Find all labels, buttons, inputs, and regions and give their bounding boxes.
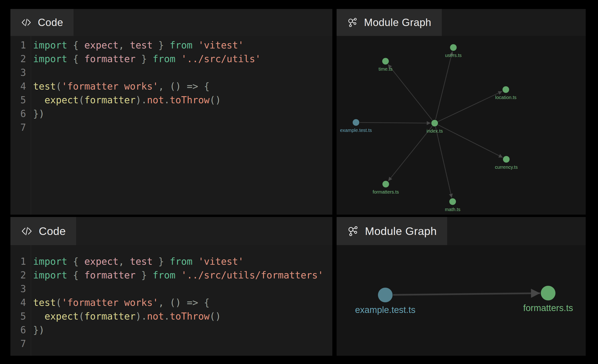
- code-line: 4test('formatter works', () => {: [10, 79, 332, 93]
- code-token: from: [153, 270, 181, 281]
- graph-node-index.ts[interactable]: [431, 120, 438, 126]
- code-token: formatter: [84, 95, 136, 105]
- code-line-content: import { formatter } from '../src/utils': [33, 52, 261, 66]
- code-token: }: [33, 108, 39, 119]
- code-token: {: [73, 256, 84, 267]
- code-token: test: [130, 40, 152, 50]
- tab-code-top[interactable]: Code: [10, 9, 74, 36]
- line-number: 4: [10, 79, 26, 93]
- module-graph-bottom-header: Module Graph: [337, 217, 586, 245]
- code-token: expect: [44, 95, 79, 105]
- code-token: from: [153, 53, 181, 64]
- graph-edge-index.ts-to-currency.ts: [438, 125, 503, 157]
- graph-edge-index.ts-to-users.ts: [436, 51, 452, 120]
- code-token: import: [33, 40, 73, 50]
- module-graph-svg[interactable]: users.tstime.tslocation.tsexample.test.t…: [337, 36, 586, 215]
- code-token: formatter: [84, 311, 136, 322]
- line-number: 3: [10, 282, 26, 296]
- code-icon: [21, 225, 33, 237]
- code-line: 6}): [10, 107, 332, 121]
- tab-code-top-label: Code: [38, 17, 63, 28]
- code-token: {: [73, 40, 84, 50]
- code-line: 1import { expect, test } from 'vitest': [10, 38, 332, 52]
- gutter-divider: [31, 245, 31, 356]
- code-line-content: import { expect, test } from 'vitest': [33, 255, 244, 268]
- graph-node-example.test.ts[interactable]: [353, 119, 359, 126]
- module-graph-canvas-bottom[interactable]: example.test.tsformatters.ts: [337, 245, 586, 356]
- code-token: (): [210, 95, 221, 105]
- graph-node-label-formatters.ts: formatters.ts: [523, 303, 573, 313]
- code-token: import: [33, 53, 73, 64]
- code-line: 7: [10, 121, 332, 134]
- module-graph-canvas-top[interactable]: users.tstime.tslocation.tsexample.test.t…: [337, 36, 586, 215]
- line-number: 4: [10, 296, 26, 309]
- code-line-content: test('formatter works', () => {: [33, 79, 210, 93]
- code-token: }: [153, 40, 170, 50]
- code-token: (: [56, 81, 61, 92]
- code-line: 7: [10, 337, 332, 350]
- code-token: formatter: [84, 270, 136, 281]
- code-token: from: [170, 40, 198, 50]
- graph-node-formatters.ts[interactable]: [382, 181, 389, 187]
- code-line-content: }): [33, 107, 44, 121]
- code-line-content: import { formatter } from '../src/utils/…: [33, 268, 323, 282]
- code-token: formatter: [84, 53, 136, 64]
- code-token: ).: [136, 95, 147, 105]
- gutter-divider: [31, 36, 31, 215]
- code-token: '../src/utils/formatters': [181, 270, 323, 281]
- line-number: 3: [10, 66, 26, 79]
- line-number: 2: [10, 268, 26, 282]
- code-line-content: import { expect, test } from 'vitest': [33, 38, 244, 52]
- graph-node-label-formatters.ts: formatters.ts: [373, 189, 399, 195]
- code-token: }: [136, 270, 153, 281]
- code-token: expect: [84, 256, 119, 267]
- tab-module-graph-top-label: Module Graph: [364, 17, 431, 28]
- graph-node-formatters.ts[interactable]: [541, 286, 556, 300]
- code-token: ,: [118, 40, 130, 50]
- code-token: (): [210, 311, 221, 322]
- graph-node-users.ts[interactable]: [450, 44, 457, 51]
- code-token: {: [73, 53, 84, 64]
- graph-node-time.ts[interactable]: [382, 58, 389, 65]
- tab-module-graph-bottom[interactable]: Module Graph: [337, 217, 447, 245]
- graph-node-currency.ts[interactable]: [503, 156, 510, 163]
- graph-node-example.test.ts[interactable]: [378, 288, 393, 302]
- code-token: from: [170, 256, 198, 267]
- tab-code-bottom[interactable]: Code: [10, 217, 76, 245]
- code-token: toThrow: [170, 311, 210, 322]
- code-token: test: [33, 297, 56, 308]
- graph-edge-index.ts-to-time.ts: [388, 64, 432, 120]
- code-token: ): [39, 324, 44, 335]
- module-graph-panel-top: Module Graph users.tstime.tslocation.tse…: [337, 9, 586, 215]
- module-graph-panel-bottom: Module Graph example.test.tsformatters.t…: [337, 217, 586, 356]
- code-token: import: [33, 270, 73, 281]
- tab-module-graph-top[interactable]: Module Graph: [337, 9, 442, 36]
- code-token: 'formatter works': [61, 81, 158, 92]
- module-graph-icon: [347, 225, 359, 237]
- line-number: 7: [10, 337, 26, 350]
- code-token: }: [33, 324, 39, 335]
- code-token: {: [204, 81, 209, 92]
- line-number: 5: [10, 309, 26, 323]
- graph-node-math.ts[interactable]: [449, 198, 456, 205]
- line-number: 5: [10, 93, 26, 107]
- code-line: 1import { expect, test } from 'vitest': [10, 255, 332, 268]
- graph-node-location.ts[interactable]: [503, 86, 509, 93]
- code-token: ): [39, 108, 44, 119]
- code-token: }: [136, 53, 153, 64]
- code-token: ).: [136, 311, 147, 322]
- graph-edge-index.ts-to-location.ts: [438, 91, 502, 122]
- code-token: expect: [84, 40, 119, 50]
- code-token: test: [130, 256, 152, 267]
- code-token: .: [164, 311, 170, 322]
- code-token: '../src/utils': [181, 53, 261, 64]
- code-token: [33, 311, 44, 322]
- code-line: 2import { formatter } from '../src/utils…: [10, 268, 332, 282]
- line-number: 6: [10, 107, 26, 121]
- module-graph-svg[interactable]: example.test.tsformatters.ts: [337, 245, 586, 356]
- code-token: [33, 95, 44, 105]
- graph-node-label-location.ts: location.ts: [495, 95, 516, 100]
- graph-node-label-time.ts: time.ts: [379, 66, 393, 72]
- code-line: 2import { formatter } from '../src/utils…: [10, 52, 332, 66]
- graph-edge-example.test.ts-to-index.ts: [360, 123, 431, 123]
